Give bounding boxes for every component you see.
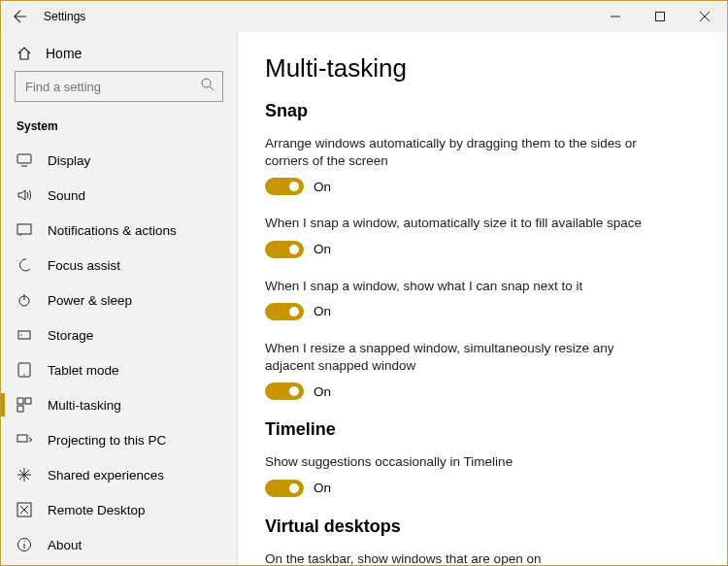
toggle-state: On xyxy=(314,384,331,399)
toggle-snap-autosize[interactable] xyxy=(265,241,304,258)
nav-group-label: System xyxy=(1,114,237,143)
minimize-button[interactable] xyxy=(593,1,638,32)
close-button[interactable] xyxy=(682,1,727,32)
titlebar: Settings xyxy=(1,1,727,32)
minimize-icon xyxy=(611,12,620,21)
svg-point-8 xyxy=(23,374,24,375)
remote-desktop-icon xyxy=(17,502,32,517)
nav-list: Display Sound Notifications & actions Fo… xyxy=(1,143,237,565)
svg-point-6 xyxy=(20,334,21,335)
setting-label: When I resize a snapped window, simultan… xyxy=(265,340,653,375)
sidebar-item-tablet-mode[interactable]: Tablet mode xyxy=(1,352,237,387)
setting-vdesktops-taskbar: On the taskbar, show windows that are op… xyxy=(265,550,653,565)
close-icon xyxy=(700,12,710,21)
toggle-snap-resize[interactable] xyxy=(265,383,304,400)
svg-rect-3 xyxy=(17,224,31,234)
nav-label: Tablet mode xyxy=(48,363,119,378)
nav-label: Display xyxy=(48,153,90,168)
search-input[interactable] xyxy=(15,71,223,102)
sidebar-item-multi-tasking[interactable]: Multi-tasking xyxy=(1,387,237,422)
about-icon xyxy=(17,537,32,552)
nav-label: Multi-tasking xyxy=(48,398,121,413)
setting-snap-arrange: Arrange windows automatically by draggin… xyxy=(265,135,653,195)
sidebar-item-shared-experiences[interactable]: Shared experiences xyxy=(1,457,237,492)
power-icon xyxy=(17,292,32,308)
setting-snap-autosize: When I snap a window, automatically size… xyxy=(265,215,653,257)
sidebar: Home System Display Sound Notifications … xyxy=(1,32,238,565)
nav-label: Notifications & actions xyxy=(48,223,177,238)
home-icon xyxy=(17,46,32,61)
nav-label: Storage xyxy=(48,328,93,343)
sidebar-item-focus-assist[interactable]: Focus assist xyxy=(1,248,237,283)
notifications-icon xyxy=(17,222,32,238)
toggle-snap-arrange[interactable] xyxy=(265,178,304,195)
sound-icon xyxy=(17,187,32,203)
sidebar-item-power-sleep[interactable]: Power & sleep xyxy=(1,283,237,317)
back-arrow-icon xyxy=(14,10,27,23)
sidebar-item-remote-desktop[interactable]: Remote Desktop xyxy=(1,492,237,527)
setting-label: On the taskbar, show windows that are op… xyxy=(265,550,653,565)
toggle-snap-suggest[interactable] xyxy=(265,303,304,320)
toggle-timeline-suggestions[interactable] xyxy=(265,480,304,497)
tablet-icon xyxy=(17,362,32,378)
toggle-state: On xyxy=(314,242,331,256)
svg-rect-11 xyxy=(17,406,23,412)
svg-rect-5 xyxy=(18,331,30,339)
nav-label: Power & sleep xyxy=(48,293,132,308)
nav-label: Projecting to this PC xyxy=(48,433,166,448)
setting-label: Show suggestions occasionally in Timelin… xyxy=(265,453,653,471)
main-panel: Multi-tasking Snap Arrange windows autom… xyxy=(238,32,727,565)
setting-label: When I snap a window, show what I can sn… xyxy=(265,278,653,295)
nav-label: Focus assist xyxy=(48,258,120,273)
sidebar-item-sound[interactable]: Sound xyxy=(1,178,237,213)
nav-label: Shared experiences xyxy=(48,468,164,483)
setting-timeline-suggestions: Show suggestions occasionally in Timelin… xyxy=(265,453,653,496)
display-icon xyxy=(17,152,32,168)
sidebar-item-projecting[interactable]: Projecting to this PC xyxy=(1,422,237,457)
shared-icon xyxy=(17,467,32,483)
toggle-state: On xyxy=(314,481,331,495)
toggle-state: On xyxy=(314,180,331,194)
maximize-button[interactable] xyxy=(638,1,682,32)
sidebar-item-notifications[interactable]: Notifications & actions xyxy=(1,213,237,248)
multitasking-icon xyxy=(17,397,32,413)
setting-snap-suggest: When I snap a window, show what I can sn… xyxy=(265,278,653,320)
home-label: Home xyxy=(46,46,82,61)
setting-snap-resize: When I resize a snapped window, simultan… xyxy=(265,340,653,400)
focus-assist-icon xyxy=(17,257,32,273)
sidebar-item-storage[interactable]: Storage xyxy=(1,317,237,352)
maximize-icon xyxy=(655,12,665,21)
nav-label: Sound xyxy=(48,188,85,203)
svg-rect-12 xyxy=(17,435,27,442)
storage-icon xyxy=(17,327,32,343)
home-nav[interactable]: Home xyxy=(1,32,237,71)
setting-label: Arrange windows automatically by draggin… xyxy=(265,135,653,170)
window-title: Settings xyxy=(40,10,85,23)
nav-label: Remote Desktop xyxy=(48,503,146,517)
toggle-state: On xyxy=(314,304,331,318)
back-button[interactable] xyxy=(1,10,40,23)
nav-label: About xyxy=(48,538,82,552)
svg-rect-10 xyxy=(25,398,31,404)
projecting-icon xyxy=(17,432,32,448)
section-vdesktops-heading: Virtual desktops xyxy=(265,516,700,537)
sidebar-item-about[interactable]: About xyxy=(1,527,237,562)
page-title: Multi-tasking xyxy=(265,53,700,83)
svg-rect-9 xyxy=(17,398,23,404)
svg-rect-2 xyxy=(17,154,31,163)
section-timeline-heading: Timeline xyxy=(265,419,700,440)
section-snap-heading: Snap xyxy=(265,101,700,121)
sidebar-item-display[interactable]: Display xyxy=(1,143,237,178)
setting-label: When I snap a window, automatically size… xyxy=(265,215,653,232)
svg-rect-0 xyxy=(656,13,665,21)
